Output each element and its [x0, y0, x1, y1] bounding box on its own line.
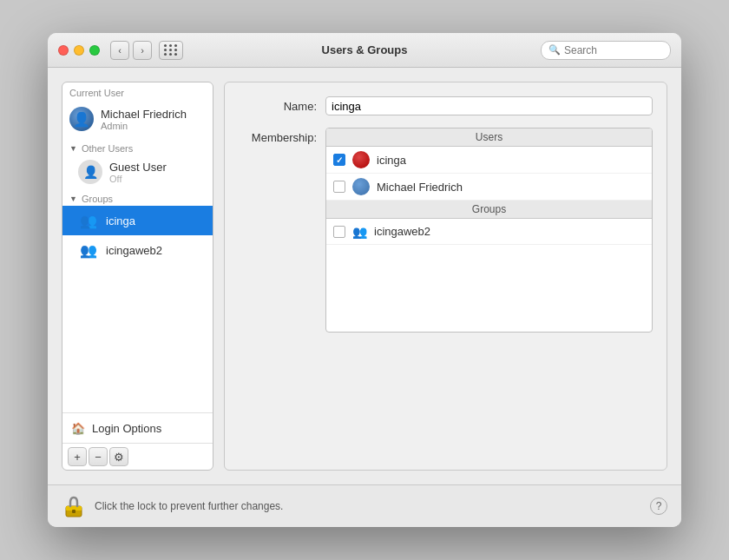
close-button[interactable]: [58, 45, 69, 56]
sidebar: Current User Michael Friedrich Admin ▼ O…: [62, 82, 213, 471]
avatar-guest: [78, 160, 102, 184]
guest-info: Guest User Off: [109, 161, 167, 184]
sidebar-scroll: Current User Michael Friedrich Admin ▼ O…: [62, 82, 213, 412]
login-options-icon: 🏠: [69, 419, 87, 437]
michael-user-label: Michael Friedrich: [377, 181, 463, 194]
settings-button[interactable]: ⚙: [109, 447, 128, 466]
icingaweb2-group-label: icingaweb2: [374, 225, 430, 238]
titlebar: ‹ › Users & Groups 🔍: [48, 33, 681, 68]
search-input[interactable]: [564, 44, 663, 56]
table-row[interactable]: icinga: [326, 147, 652, 174]
guest-user-status: Off: [109, 174, 167, 184]
login-options-label: Login Options: [92, 422, 161, 435]
search-box[interactable]: 🔍: [541, 41, 671, 60]
membership-section: Membership: Users icinga Michael Friedr: [239, 128, 653, 333]
window-title: Users & Groups: [322, 43, 408, 56]
sidebar-footer: 🏠 Login Options + − ⚙: [62, 412, 213, 470]
lock-button[interactable]: [62, 494, 86, 518]
search-icon: 🔍: [548, 44, 561, 56]
avatar-michael: [69, 107, 94, 131]
icinga-user-label: icinga: [377, 154, 406, 167]
michael-checkbox[interactable]: [333, 181, 345, 193]
groups-section-header: Groups: [326, 201, 652, 219]
grid-icon: [164, 44, 178, 56]
back-button[interactable]: ‹: [110, 41, 129, 60]
maximize-button[interactable]: [89, 45, 100, 56]
bottom-text: Click the lock to prevent further change…: [95, 500, 641, 512]
lock-icon: [63, 494, 84, 518]
groups-section: ▼ Groups: [62, 188, 213, 206]
icinga-checkbox[interactable]: [333, 154, 345, 166]
icingaweb2-checkbox[interactable]: [333, 226, 345, 238]
main-content: Current User Michael Friedrich Admin ▼ O…: [48, 68, 681, 484]
membership-label: Membership:: [239, 128, 317, 144]
groups-disclosure-icon: ▼: [69, 194, 77, 203]
groups-label: Groups: [82, 194, 113, 204]
svg-rect-2: [72, 510, 76, 513]
detail-panel: Name: Membership: Users icinga: [224, 82, 667, 471]
guest-user-name: Guest User: [109, 161, 167, 174]
table-empty-space: [326, 245, 652, 332]
login-options-item[interactable]: 🏠 Login Options: [62, 413, 213, 443]
traffic-lights: [58, 45, 100, 56]
current-user-section-label: Current User: [62, 82, 213, 100]
grid-view-button[interactable]: [159, 41, 183, 60]
current-user-role: Admin: [101, 121, 187, 131]
table-row[interactable]: 👥 icingaweb2: [326, 219, 652, 245]
group-icon-icinga: 👥: [78, 210, 99, 231]
icinga-group-label: icinga: [106, 214, 135, 227]
icingaweb2-group-icon: 👥: [352, 225, 367, 239]
membership-table: Users icinga Michael Friedrich Groups: [325, 128, 653, 333]
forward-button[interactable]: ›: [133, 41, 152, 60]
main-window: ‹ › Users & Groups 🔍 Current User: [48, 33, 681, 527]
other-users-label: Other Users: [82, 143, 133, 154]
remove-button[interactable]: −: [89, 447, 108, 466]
name-label: Name:: [239, 100, 317, 113]
bottom-bar: Click the lock to prevent further change…: [48, 484, 681, 527]
sidebar-item-icinga[interactable]: 👥 icinga: [62, 206, 213, 235]
name-input[interactable]: [325, 96, 653, 115]
sidebar-item-icingaweb2[interactable]: 👥 icingaweb2: [62, 235, 213, 265]
name-field-row: Name:: [239, 96, 653, 115]
help-button[interactable]: ?: [650, 497, 667, 515]
icingaweb2-group-label: icingaweb2: [106, 244, 162, 257]
add-button[interactable]: +: [68, 447, 87, 466]
nav-buttons: ‹ ›: [110, 41, 152, 60]
michael-avatar: [352, 178, 370, 195]
icinga-avatar: [352, 151, 370, 168]
users-section-header: Users: [326, 128, 652, 147]
table-row[interactable]: Michael Friedrich: [326, 174, 652, 201]
sidebar-item-guest[interactable]: Guest User Off: [62, 155, 213, 188]
minimize-button[interactable]: [74, 45, 84, 56]
sidebar-toolbar: + − ⚙: [62, 443, 213, 470]
other-users-section: ▼ Other Users: [62, 138, 213, 155]
current-user-item[interactable]: Michael Friedrich Admin: [62, 100, 213, 138]
group-icon-icingaweb2: 👥: [78, 240, 99, 260]
current-user-info: Michael Friedrich Admin: [101, 108, 187, 131]
disclosure-icon: ▼: [69, 144, 77, 153]
current-user-name: Michael Friedrich: [101, 108, 187, 121]
